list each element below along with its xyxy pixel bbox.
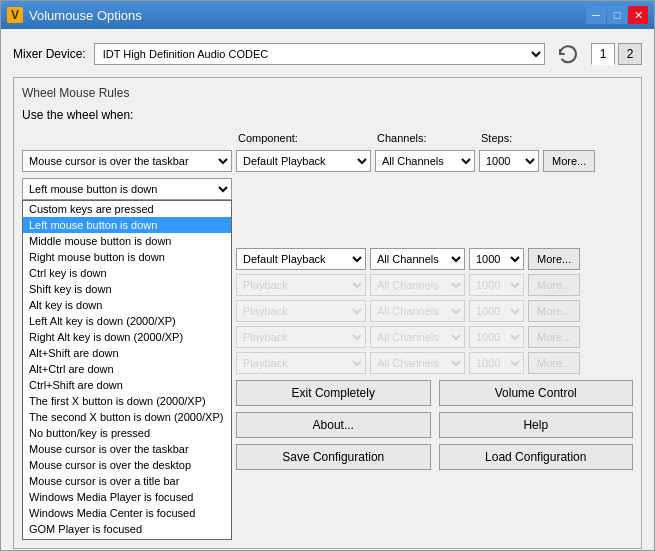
maximize-button[interactable]: □ xyxy=(607,6,627,24)
about-button[interactable]: About... xyxy=(236,412,431,438)
refresh-icon[interactable] xyxy=(553,39,583,69)
dropdown-item-10[interactable]: Alt+Ctrl are down xyxy=(23,361,231,377)
help-button[interactable]: Help xyxy=(439,412,634,438)
rule-6-component-select: Playback xyxy=(236,352,366,374)
rule-1-channels-select[interactable]: All Channels xyxy=(375,150,475,172)
rule-row-1: Mouse cursor is over the taskbar Default… xyxy=(22,150,633,172)
close-button[interactable]: ✕ xyxy=(628,6,648,24)
dropdown-item-12[interactable]: The first X button is down (2000/XP) xyxy=(23,393,231,409)
dropdown-item-17[interactable]: Mouse cursor is over a title bar xyxy=(23,473,231,489)
rule-4-component-select: Playback xyxy=(236,300,366,322)
dropdown-item-15[interactable]: Mouse cursor is over the taskbar xyxy=(23,441,231,457)
content-area: Mixer Device: IDT High Definition Audio … xyxy=(1,29,654,551)
dropdown-item-14[interactable]: No button/key is pressed xyxy=(23,425,231,441)
rule-2-more-button[interactable]: More... xyxy=(528,248,580,270)
rule-5-more-button: More... xyxy=(528,326,580,348)
dropdown-item-19[interactable]: Windows Media Center is focused xyxy=(23,505,231,521)
dropdown-item-6[interactable]: Alt key is down xyxy=(23,297,231,313)
rules-group: Wheel Mouse Rules Use the wheel when: Co… xyxy=(13,77,642,549)
rule-1-when-select[interactable]: Mouse cursor is over the taskbar xyxy=(22,150,232,172)
right-rules: Default Playback All Channels 1000 More.… xyxy=(236,248,633,374)
when-dropdown-list[interactable]: Custom keys are pressed Left mouse butto… xyxy=(22,200,232,540)
use-wheel-label: Use the wheel when: xyxy=(22,108,633,122)
rule-2-channels-select[interactable]: All Channels xyxy=(370,248,465,270)
action-row-3: Save Configuration Load Configuration xyxy=(236,444,633,470)
dropdown-item-20[interactable]: GOM Player is focused xyxy=(23,521,231,537)
action-row-1: Exit Completely Volume Control xyxy=(236,380,633,406)
app-icon: V xyxy=(7,7,23,23)
right-row-5: Playback All Channels 1000 More... xyxy=(236,326,633,348)
rule-2-when-select[interactable]: Left mouse button is down xyxy=(22,178,232,200)
rule-4-more-button: More... xyxy=(528,300,580,322)
load-config-button[interactable]: Load Configuration xyxy=(439,444,634,470)
dropdown-item-2[interactable]: Middle mouse button is down xyxy=(23,233,231,249)
dropdown-item-7[interactable]: Left Alt key is down (2000/XP) xyxy=(23,313,231,329)
component-header: Component: xyxy=(238,132,373,144)
dropdown-item-9[interactable]: Alt+Shift are down xyxy=(23,345,231,361)
rule-4-channels-select: All Channels xyxy=(370,300,465,322)
dropdown-item-16[interactable]: Mouse cursor is over the desktop xyxy=(23,457,231,473)
rules-group-label: Wheel Mouse Rules xyxy=(22,86,633,100)
page-buttons: 1 2 xyxy=(591,43,642,65)
rule-4-steps-select: 1000 xyxy=(469,300,524,322)
rule-6-more-button: More... xyxy=(528,352,580,374)
mixer-label: Mixer Device: xyxy=(13,47,86,61)
right-panel: Default Playback All Channels 1000 More.… xyxy=(236,248,633,470)
rule-2-steps-select[interactable]: 1000 xyxy=(469,248,524,270)
rule-1-steps-select[interactable]: 1000 xyxy=(479,150,539,172)
dropdown-item-3[interactable]: Right mouse button is down xyxy=(23,249,231,265)
page-1-button[interactable]: 1 xyxy=(591,43,615,65)
rule-5-steps-select: 1000 xyxy=(469,326,524,348)
exit-completely-button[interactable]: Exit Completely xyxy=(236,380,431,406)
rule-6-channels-select: All Channels xyxy=(370,352,465,374)
rule-6-steps-select: 1000 xyxy=(469,352,524,374)
column-headers: Component: Channels: Steps: xyxy=(22,132,633,144)
window-title: Volumouse Options xyxy=(29,8,142,23)
rule-1-component-select[interactable]: Default Playback xyxy=(236,150,371,172)
rule-3-component-select: Playback xyxy=(236,274,366,296)
mixer-row: Mixer Device: IDT High Definition Audio … xyxy=(13,39,642,69)
minimize-button[interactable]: ─ xyxy=(586,6,606,24)
right-row-6: Playback All Channels 1000 More... xyxy=(236,352,633,374)
rule-5-component-select: Playback xyxy=(236,326,366,348)
dropdown-item-18[interactable]: Windows Media Player is focused xyxy=(23,489,231,505)
right-row-2: Default Playback All Channels 1000 More.… xyxy=(236,248,633,270)
dropdown-item-8[interactable]: Right Alt key is down (2000/XP) xyxy=(23,329,231,345)
mixer-device-select[interactable]: IDT High Definition Audio CODEC xyxy=(94,43,545,65)
rule-3-steps-select: 1000 xyxy=(469,274,524,296)
right-row-3: Playback All Channels 1000 More... xyxy=(236,274,633,296)
channels-header: Channels: xyxy=(377,132,477,144)
dropdown-item-11[interactable]: Ctrl+Shift are down xyxy=(23,377,231,393)
title-bar: V Volumouse Options ─ □ ✕ xyxy=(1,1,654,29)
steps-header: Steps: xyxy=(481,132,541,144)
dropdown-item-4[interactable]: Ctrl key is down xyxy=(23,265,231,281)
rule-2-component-select[interactable]: Default Playback xyxy=(236,248,366,270)
rule-3-more-button: More... xyxy=(528,274,580,296)
rule-row-2: Left mouse button is down Custom keys ar… xyxy=(22,178,633,540)
rule-3-channels-select: All Channels xyxy=(370,274,465,296)
when-dropdown-wrapper: Left mouse button is down Custom keys ar… xyxy=(22,178,232,540)
svg-text:V: V xyxy=(11,8,19,22)
main-window: V Volumouse Options ─ □ ✕ Mixer Device: … xyxy=(0,0,655,551)
volume-control-button[interactable]: Volume Control xyxy=(439,380,634,406)
dropdown-item-21[interactable]: BSPlayer is focused xyxy=(23,537,231,540)
action-row-2: About... Help xyxy=(236,412,633,438)
rule-5-channels-select: All Channels xyxy=(370,326,465,348)
dropdown-item-5[interactable]: Shift key is down xyxy=(23,281,231,297)
page-2-button[interactable]: 2 xyxy=(618,43,642,65)
rule-1-more-button[interactable]: More... xyxy=(543,150,595,172)
dropdown-item-0[interactable]: Custom keys are pressed xyxy=(23,201,231,217)
right-row-4: Playback All Channels 1000 More... xyxy=(236,300,633,322)
dropdown-item-13[interactable]: The second X button is down (2000/XP) xyxy=(23,409,231,425)
action-buttons: Exit Completely Volume Control About... … xyxy=(236,380,633,470)
dropdown-item-1[interactable]: Left mouse button is down xyxy=(23,217,231,233)
save-config-button[interactable]: Save Configuration xyxy=(236,444,431,470)
